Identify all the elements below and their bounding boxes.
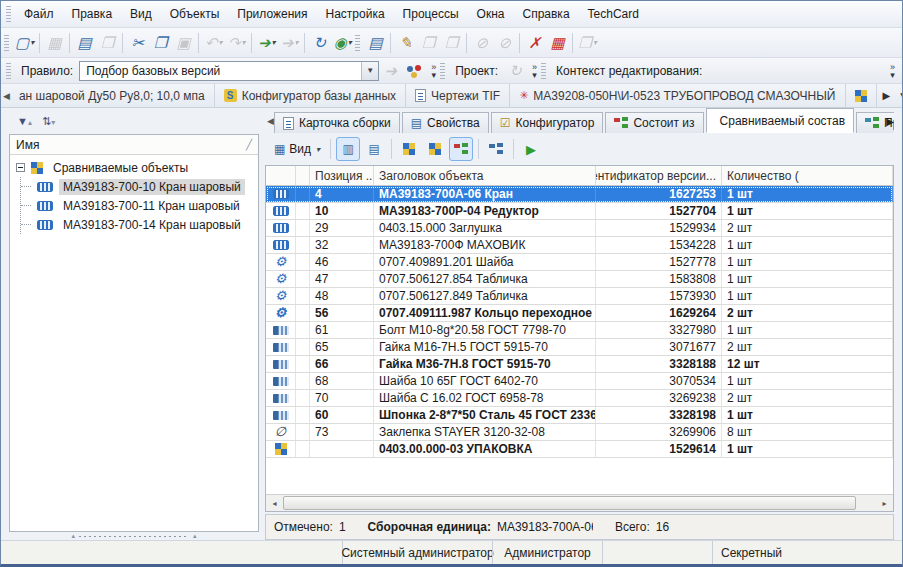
copy-object-button[interactable]: ❐ bbox=[417, 31, 440, 55]
menu-techcard[interactable]: TechCard bbox=[579, 4, 648, 24]
header-position[interactable]: Позиция ... bbox=[310, 166, 374, 185]
tree-column-header[interactable]: Имя ╱ bbox=[10, 135, 258, 155]
header-quantity[interactable]: Количество ( bbox=[722, 166, 893, 185]
project-refresh-button[interactable]: ↻ bbox=[504, 59, 527, 83]
table-row[interactable]: 47 0707.506127.854 Табличка 1583808 1 шт bbox=[266, 271, 893, 288]
header-blank-column[interactable] bbox=[296, 166, 310, 185]
print-button[interactable]: ▤ bbox=[73, 31, 96, 55]
tab-scroll-left-icon[interactable]: ◀ bbox=[267, 116, 274, 126]
header-icon-column[interactable] bbox=[266, 166, 296, 185]
properties-card-button[interactable]: ▤ bbox=[364, 31, 387, 55]
tab-list-icon[interactable]: ▼ bbox=[898, 90, 902, 101]
print-preview-button[interactable]: ❐ bbox=[96, 31, 119, 55]
cell-title: МА39183-700Р-04 Редуктор bbox=[374, 203, 596, 219]
header-version-id[interactable]: Идентификатор версии... bbox=[596, 166, 722, 185]
table-row[interactable]: 61 Болт М10-8g*20.58 ГОСТ 7798-70 332798… bbox=[266, 322, 893, 339]
menu-applications[interactable]: Приложения bbox=[228, 4, 316, 24]
globe-button[interactable]: ◉▾ bbox=[331, 31, 354, 55]
header-title[interactable]: Заголовок объекта bbox=[374, 166, 596, 185]
paste-special-button[interactable]: ❐▾ bbox=[576, 31, 599, 55]
tab-configurator[interactable]: ☑Конфигуратор bbox=[491, 112, 604, 133]
overflow-button[interactable]: »▾ bbox=[887, 63, 898, 79]
tree-item[interactable]: МА39183-700-11 Кран шаровый bbox=[21, 196, 258, 215]
tab-assembly-card[interactable]: Карточка сборки bbox=[274, 112, 400, 133]
copy-button[interactable]: ❐ bbox=[149, 31, 172, 55]
save-button[interactable]: ▦ bbox=[43, 31, 66, 55]
tree-root[interactable]: Сравниваемые объекты bbox=[14, 158, 258, 177]
tab-properties[interactable]: ▤Свойства bbox=[402, 112, 489, 133]
tab-consists-of[interactable]: Состоит из bbox=[605, 112, 703, 133]
bolt-icon bbox=[273, 394, 289, 403]
doc-tab-drawings[interactable]: Чертежи TIF bbox=[406, 84, 510, 107]
tab-compare-composition[interactable]: Сравниваемый состав bbox=[706, 108, 854, 133]
table-row[interactable]: 0403.00.000-03 УПАКОВКА 1529614 1 шт bbox=[266, 441, 893, 458]
hierarchy-button[interactable] bbox=[484, 137, 508, 161]
view-button[interactable]: ▦ Вид ▾ bbox=[269, 137, 325, 161]
next-tab-icon[interactable]: ▶ bbox=[883, 90, 891, 101]
chevron-down-icon[interactable]: ▼ bbox=[361, 62, 378, 80]
tree-item[interactable]: МА39183-700-10 Кран шаровый bbox=[21, 177, 258, 196]
tree-view-toggle[interactable]: ▥ bbox=[336, 137, 360, 161]
cut-button[interactable]: ✂ bbox=[126, 31, 149, 55]
delete-button[interactable]: ✗ bbox=[523, 31, 546, 55]
menu-help[interactable]: Справка bbox=[513, 4, 578, 24]
table-row[interactable]: 29 0403.15.000 Заглушка 1529934 2 шт bbox=[266, 220, 893, 237]
compare-mode-button[interactable] bbox=[397, 137, 421, 161]
menu-edit[interactable]: Правка bbox=[63, 4, 122, 24]
menu-file[interactable]: Файл bbox=[15, 4, 63, 24]
table-row[interactable]: 48 0707.506127.849 Табличка 1573930 1 шт bbox=[266, 288, 893, 305]
table-row[interactable]: 66 Гайка М36-7Н.8 ГОСТ 5915-70 3328188 1… bbox=[266, 356, 893, 373]
collapse-icon[interactable] bbox=[16, 163, 25, 172]
scroll-right-icon[interactable]: ▸ bbox=[876, 495, 893, 511]
tab-scroll-right-icon[interactable]: ▶ bbox=[886, 116, 894, 127]
doc-tab-pipeline[interactable]: ✳МА39208-050Н\И-0523 ТРУБОПРОВОД СМАЗОЧН… bbox=[510, 84, 845, 107]
new-document-button[interactable]: ▢▾ bbox=[13, 31, 36, 55]
doc-tab-compare[interactable] bbox=[846, 84, 877, 107]
table-row[interactable]: 68 Шайба 10 65Г ГОСТ 6402-70 3070534 1 ш… bbox=[266, 373, 893, 390]
table-row[interactable]: 32 МА39183-700Ф МАХОВИК 1534228 1 шт bbox=[266, 237, 893, 254]
undo-button[interactable]: ↶▾ bbox=[202, 31, 225, 55]
table-row[interactable]: 56 0707.409111.987 Кольцо переходное 162… bbox=[266, 305, 893, 322]
tab-scroll-left-icon[interactable]: ◀ bbox=[3, 91, 10, 101]
horizontal-splitter-grip[interactable]: ▴ ▴ bbox=[9, 532, 259, 540]
compare-mode2-button[interactable] bbox=[423, 137, 447, 161]
overflow-button[interactable]: »▾ bbox=[529, 63, 540, 79]
menu-windows[interactable]: Окна bbox=[468, 4, 514, 24]
rule-objects-button[interactable] bbox=[402, 59, 426, 83]
scroll-left-icon[interactable]: ◂ bbox=[266, 495, 283, 511]
redo-button[interactable]: ↷▾ bbox=[225, 31, 248, 55]
edit-button[interactable]: ✎ bbox=[394, 31, 417, 55]
table-row[interactable]: 4 МА39183-700А-06 Кран 1627253 1 шт bbox=[266, 186, 893, 203]
column-view-toggle[interactable]: ▤ bbox=[362, 137, 386, 161]
doc-tab-configurator[interactable]: SКонфигуратор базы данных bbox=[215, 84, 406, 107]
table-row[interactable]: 10 МА39183-700Р-04 Редуктор 1527704 1 шт bbox=[266, 203, 893, 220]
group-sort-icon[interactable]: ⇅▾ bbox=[42, 115, 55, 128]
rule-combobox[interactable]: Подбор базовых версий ▼ bbox=[79, 61, 379, 81]
filter-sort-icon[interactable]: ▼▴ bbox=[17, 115, 32, 127]
copy-version-button[interactable]: ❐ bbox=[440, 31, 463, 55]
paste-button[interactable]: ▣ bbox=[172, 31, 195, 55]
menu-settings[interactable]: Настройка bbox=[317, 4, 394, 24]
menu-objects[interactable]: Объекты bbox=[161, 4, 229, 24]
horizontal-scrollbar[interactable]: ◂ ▸ bbox=[266, 494, 893, 511]
table-row[interactable]: 70 Шайба С 16.02 ГОСТ 6958-78 3269238 2 … bbox=[266, 390, 893, 407]
table-row[interactable]: 65 Гайка М16-7Н.5 ГОСТ 5915-70 3071677 2… bbox=[266, 339, 893, 356]
scrollbar-thumb[interactable] bbox=[283, 496, 856, 510]
export-button[interactable]: ➔▾ bbox=[278, 31, 301, 55]
doc-tab-valve[interactable]: ан шаровой Ду50 Ру8,0; 10,0 мпа bbox=[10, 84, 215, 107]
structure-toggle[interactable] bbox=[449, 137, 473, 161]
table-row[interactable]: 73 Заклепка STAYER 3120-32-08 3269906 8 … bbox=[266, 424, 893, 441]
archive-button[interactable]: ▦ bbox=[546, 31, 569, 55]
lock-button[interactable]: ⊘ bbox=[470, 31, 493, 55]
table-row[interactable]: 60 Шпонка 2-8*7*50 Сталь 45 ГОСТ 23360-7… bbox=[266, 407, 893, 424]
import-button[interactable]: ➔▾ bbox=[255, 31, 278, 55]
table-row[interactable]: 46 0707.409891.201 Шайба 1527778 1 шт bbox=[266, 254, 893, 271]
menu-view[interactable]: Вид bbox=[121, 4, 161, 24]
refresh-button[interactable]: ↻ bbox=[308, 31, 331, 55]
menu-processes[interactable]: Процессы bbox=[394, 4, 468, 24]
lock2-button[interactable]: ⊘ bbox=[493, 31, 516, 55]
overflow-button[interactable]: »▾ bbox=[428, 63, 439, 79]
apply-rule-button[interactable]: ➔ bbox=[379, 59, 402, 83]
tree-item[interactable]: МА39183-700-14 Кран шаровый bbox=[21, 215, 258, 234]
run-compare-button[interactable]: ▶ bbox=[519, 137, 543, 161]
